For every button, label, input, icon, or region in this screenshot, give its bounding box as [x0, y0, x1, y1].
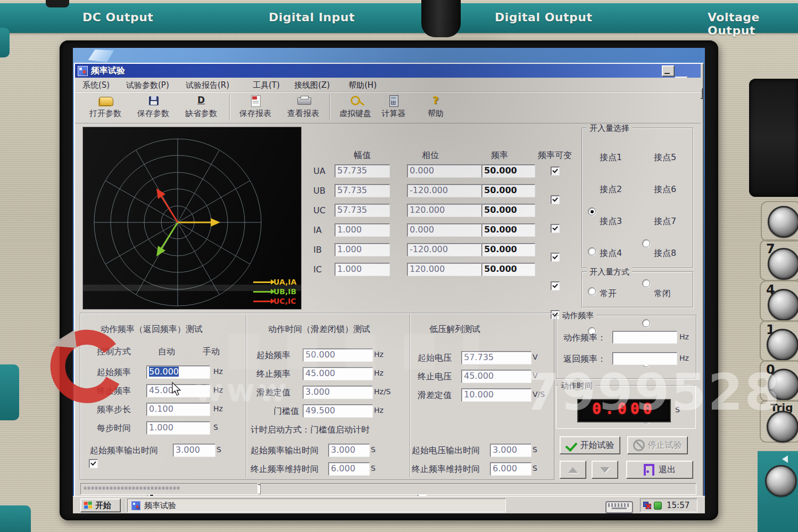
time-test-title[interactable]: 动作时间（滑差闭锁）测试 — [268, 324, 370, 335]
freq-step-input[interactable]: 0.100 — [146, 403, 210, 416]
amp-input-ic[interactable]: 1.000 — [335, 263, 390, 276]
freq-test-title[interactable]: 动作频率（返回频率）测试 — [101, 324, 203, 335]
toolbar-save-params[interactable]: 保存参数 — [132, 94, 174, 121]
tt-hold-time-input[interactable]: 6.000 — [328, 462, 370, 476]
toolbar-virtual-keyboard[interactable]: 虚拟键盘 — [335, 94, 376, 121]
menu-wiring-diagram[interactable]: 接线图(Z) — [294, 80, 330, 90]
toolbar-open-params[interactable]: 打开参数 — [85, 94, 126, 121]
tray-status-icon[interactable] — [654, 502, 662, 510]
radio-label-contact-6[interactable]: 接点6 — [654, 184, 676, 195]
freq-variable-checkbox-ua[interactable] — [551, 167, 560, 176]
step-time-input[interactable]: 1.000 — [146, 421, 210, 435]
menu-test-report[interactable]: 试验报告(R) — [186, 80, 229, 90]
toolbar: 打开参数 保存参数 D 缺省参数 保存报表 查看报表 — [75, 92, 701, 123]
toolbar-view-report[interactable]: 查看报表 — [282, 94, 324, 121]
menu-system[interactable]: 系统(S) — [82, 80, 110, 90]
tt-end-freq-unit: Hz — [374, 369, 384, 377]
phase-input-ib[interactable]: -120.000 — [407, 243, 481, 256]
amp-input-ua[interactable]: 57.735 — [335, 164, 390, 178]
radio-label-contact-3[interactable]: 接点3 — [600, 216, 622, 227]
phase-input-ua[interactable]: 0.000 — [407, 164, 481, 178]
toolbar-help[interactable]: ? 帮助 — [420, 94, 452, 121]
action-freq-unit: Hz — [679, 332, 689, 341]
tt-end-freq-input[interactable]: 45.000 — [303, 367, 373, 380]
menu-help[interactable]: 帮助(H) — [348, 80, 377, 90]
network-status-icon[interactable] — [643, 502, 651, 509]
radio-contact-1[interactable] — [588, 207, 596, 215]
vt-end-volt-input[interactable]: 45.000 — [461, 370, 531, 383]
radio-label-auto[interactable]: 自动 — [158, 346, 175, 358]
taskbar-task-freq-test[interactable]: 频率试验 — [127, 498, 506, 512]
freq-input-uc[interactable]: 50.000 — [481, 204, 535, 217]
row-label: IC — [313, 264, 322, 275]
step-up-button[interactable] — [560, 461, 586, 479]
toolbar-default-params[interactable]: D 缺省参数 — [180, 94, 222, 121]
window-titlebar[interactable]: 频率试验 — [75, 64, 701, 78]
radio-label-normally-closed[interactable]: 常闭 — [654, 288, 671, 300]
freq-input-ib[interactable]: 50.000 — [481, 243, 535, 256]
vt-output-time-input[interactable]: 3.000 — [490, 444, 531, 457]
device-left-handle — [0, 364, 19, 420]
minimize-icon — [664, 73, 670, 74]
freq-variable-checkbox-ia[interactable] — [551, 253, 560, 262]
amp-input-ib[interactable]: 1.000 — [335, 243, 390, 256]
start-test-button[interactable]: 开始试验 — [560, 436, 620, 454]
tt-slip-input[interactable]: 3.000 — [303, 386, 373, 399]
keyboard-tray-icon[interactable] — [605, 501, 633, 513]
result-freq-group — [556, 315, 696, 379]
radio-label-contact-8[interactable]: 接点8 — [654, 248, 676, 259]
freq-input-ub[interactable]: 50.000 — [481, 184, 535, 197]
toolbar-save-report[interactable]: 保存报表 — [235, 94, 276, 121]
stop-test-button[interactable]: 停止试验 — [627, 436, 688, 454]
radio-label-manual[interactable]: 手动 — [203, 346, 220, 358]
minimize-button[interactable] — [662, 65, 675, 77]
triangle-marker-icon — [782, 455, 788, 463]
freq-input-ia[interactable]: 50.000 — [481, 223, 535, 237]
menu-tools[interactable]: 工具(T) — [253, 80, 280, 90]
freq-variable-checkbox-ib[interactable] — [551, 281, 560, 290]
amp-input-ia[interactable]: 1.000 — [335, 223, 390, 237]
radio-label-contact-4[interactable]: 接点4 — [600, 248, 622, 259]
phase-input-ub[interactable]: -120.000 — [407, 184, 481, 197]
legend-row-ua: UA,IA — [253, 278, 296, 286]
phase-input-ia[interactable]: 0.000 — [407, 223, 481, 237]
amp-input-uc[interactable]: 57.735 — [335, 204, 390, 217]
freq-input-ic[interactable]: 50.000 — [481, 263, 535, 276]
key-icon — [351, 96, 360, 105]
radio-label-contact-1[interactable]: 接点1 — [600, 152, 622, 163]
start-freq-input[interactable]: 50.000 — [146, 365, 210, 379]
freq-variable-checkbox-uc[interactable] — [551, 224, 560, 233]
phase-input-ic[interactable]: 120.000 — [407, 263, 481, 276]
device-side-module — [749, 79, 798, 197]
action-freq-label: 动作频率： — [563, 332, 606, 344]
down-arrow-icon — [600, 467, 610, 473]
freq-variable-checkbox-ub[interactable] — [551, 195, 560, 204]
radio-contact-5[interactable] — [642, 239, 650, 247]
start-freq-output-time-input[interactable]: 3.000 — [173, 444, 215, 457]
app-icon-detail — [79, 68, 82, 70]
radio-label-contact-7[interactable]: 接点7 — [654, 216, 676, 227]
menu-test-params[interactable]: 试验参数(P) — [126, 80, 169, 90]
radio-label-contact-5[interactable]: 接点5 — [654, 152, 676, 163]
vt-slip-input[interactable]: 10.000 — [461, 388, 531, 402]
tt-output-time-input[interactable]: 3.000 — [328, 444, 370, 457]
tt-start-freq-input[interactable]: 50.000 — [303, 348, 373, 362]
radio-label-contact-2[interactable]: 接点2 — [600, 184, 622, 195]
step-down-button[interactable] — [592, 461, 618, 479]
toolbar-calculator[interactable]: 计算器 — [376, 94, 411, 121]
radio-contact-2[interactable] — [588, 247, 596, 255]
tt-slip-label: 滑差定值 — [256, 387, 290, 398]
voltage-test-title[interactable]: 低压解列测试 — [429, 324, 480, 335]
tt-threshold-input[interactable]: 49.500 — [303, 404, 373, 418]
freq-input-ua[interactable]: 50.000 — [481, 164, 535, 178]
statusbar-text-illegible — [84, 487, 180, 489]
exit-button[interactable]: 退出 — [626, 461, 693, 479]
freq-test-checkbox[interactable] — [89, 459, 98, 468]
vt-hold-time-input[interactable]: 6.000 — [490, 462, 531, 476]
radio-label-normally-open[interactable]: 常开 — [600, 288, 617, 300]
start-menu-button[interactable]: 开始 — [80, 498, 121, 512]
phase-input-uc[interactable]: 120.000 — [407, 204, 481, 217]
vt-start-volt-input[interactable]: 57.735 — [461, 351, 531, 364]
desktop-icon[interactable] — [87, 48, 115, 64]
amp-input-ub[interactable]: 57.735 — [335, 184, 390, 197]
